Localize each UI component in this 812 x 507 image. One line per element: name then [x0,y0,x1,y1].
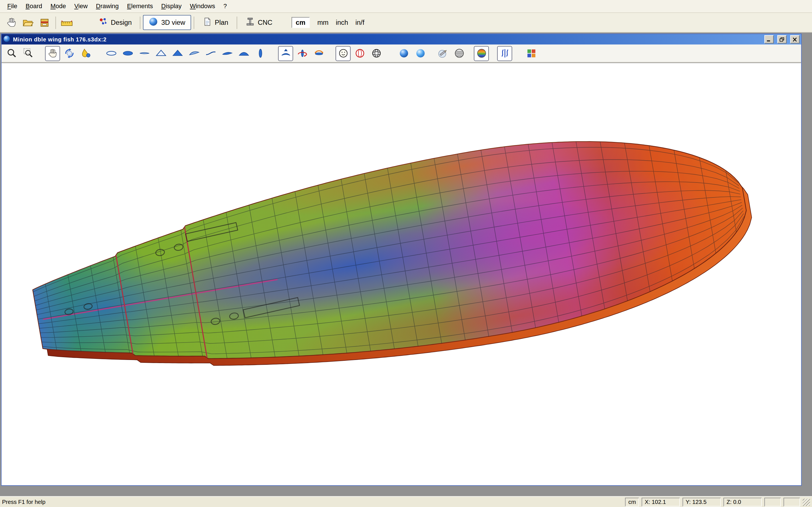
sphere-rainbow-icon[interactable] [474,46,489,61]
curvature-icon[interactable] [497,46,512,61]
mdi-area: Minion dble wing fish 176.s3dx:2 [0,33,812,496]
board-3d-render [2,63,801,485]
design-icon [98,17,108,28]
sphere-light-icon[interactable] [413,46,428,61]
menu-display[interactable]: Display [157,1,186,11]
ruler-icon[interactable] [59,15,75,30]
outline-top-filled-icon[interactable] [120,46,135,61]
rotate-y-icon[interactable] [295,46,310,61]
menu-mode[interactable]: Mode [46,1,70,11]
menu-drawing[interactable]: Drawing [92,1,123,11]
toolbar-separator [56,16,56,29]
zoom-icon[interactable] [4,46,19,61]
menu-bar: File Board Mode View Drawing Elements Di… [0,0,812,13]
3d-canvas[interactable] [2,62,801,485]
menu-board[interactable]: Board [21,1,46,11]
spray-icon[interactable] [78,46,93,61]
close-icon[interactable] [790,35,800,43]
face-view-icon[interactable] [336,46,350,61]
status-bar: Press F1 for help cm X: 102.1 Y: 123.5 Z… [0,496,812,507]
status-help-text: Press F1 for help [2,499,45,505]
unit-inf[interactable]: in/f [352,17,368,27]
status-z-coordinate: Z: 0.0 [723,497,762,506]
open-folder-icon[interactable] [20,15,36,30]
plan-icon [202,17,212,28]
triangle-filled-icon[interactable] [170,46,185,61]
rotate-view-icon[interactable] [62,46,77,61]
plan-label: Plan [215,18,229,26]
profile-thin-icon[interactable] [137,46,152,61]
child-title-bar[interactable]: Minion dble wing fish 176.s3dx:2 [2,34,801,45]
sphere-dark-icon[interactable] [396,46,411,61]
status-pane-empty [764,497,781,506]
design-label: Design [111,18,132,26]
menu-elements[interactable]: Elements [123,1,157,11]
unit-mm[interactable]: mm [314,17,333,27]
toolbar-separator [140,16,141,29]
globe-wire-icon[interactable] [369,46,384,61]
document-icon [3,35,10,44]
half-oval-icon[interactable] [236,46,251,61]
board-document-window: Minion dble wing fish 176.s3dx:2 [1,34,802,486]
cnc-mode-button[interactable]: CNC [240,15,278,30]
zoom-window-icon[interactable] [20,46,36,61]
rotate-x-icon[interactable] [311,46,326,61]
3d-view-label: 3D view [161,18,185,26]
3d-view-mode-button[interactable]: 3D view [143,15,191,30]
sphere-icon [149,17,158,28]
view-toolbar [2,45,801,62]
color-grid-icon[interactable] [523,46,539,61]
view-top-icon[interactable] [278,46,293,61]
status-x-coordinate: X: 102.1 [642,497,680,506]
menu-file[interactable]: File [3,1,21,11]
design-mode-button[interactable]: Design [93,15,138,30]
window-title: Minion dble wing fish 176.s3dx:2 [13,36,761,43]
cross-section-icon[interactable] [253,46,267,61]
save-icon[interactable] [36,15,53,30]
unit-cm[interactable]: cm [292,17,310,28]
toolbar-separator [193,16,194,29]
sphere-striped-icon[interactable] [452,46,467,61]
main-toolbar: Design 3D view Plan CNC [0,13,812,33]
hand-icon[interactable] [3,15,20,30]
unit-inch[interactable]: inch [332,17,352,27]
application-window: File Board Mode View Drawing Elements Di… [0,0,812,507]
menu-help[interactable]: ? [219,1,231,11]
restore-icon[interactable] [777,35,786,43]
status-pane-empty [783,497,800,506]
cnc-label: CNC [258,18,272,26]
profile-filled-icon[interactable] [220,46,235,61]
pan-hand-icon[interactable] [45,46,60,61]
sphere-pencil-icon[interactable] [435,46,450,61]
cnc-icon [245,17,255,28]
face-red-icon[interactable] [352,46,367,61]
outline-top-icon[interactable] [103,46,118,61]
s-curve-icon[interactable] [203,46,218,61]
menu-view[interactable]: View [70,1,92,11]
plan-mode-button[interactable]: Plan [197,15,234,30]
triangle-outline-icon[interactable] [153,46,168,61]
rocker-curve-icon[interactable] [186,46,201,61]
menu-windows[interactable]: Windows [186,1,219,11]
minimize-icon[interactable] [764,35,774,43]
status-y-coordinate: Y: 123.5 [682,497,721,506]
toolbar-separator [237,16,237,29]
resize-grip-icon[interactable] [803,499,810,506]
status-unit: cm [625,497,639,506]
